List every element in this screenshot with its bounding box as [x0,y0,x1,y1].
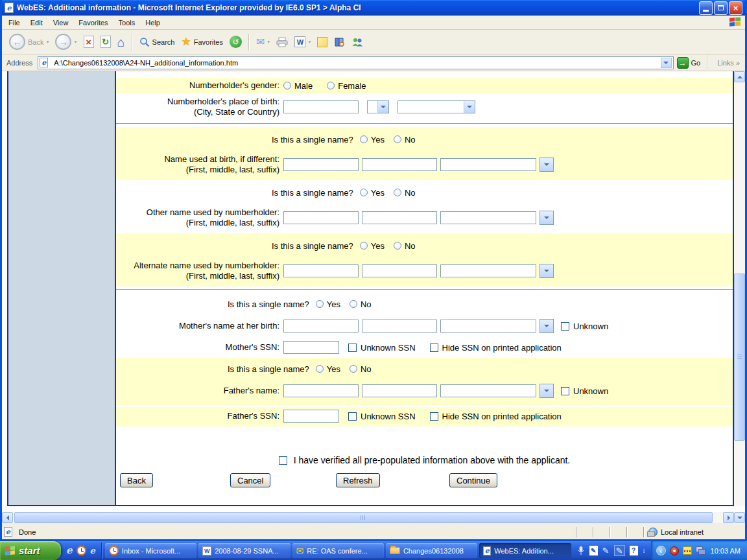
messenger-button[interactable] [348,36,366,49]
back-form-button[interactable]: Back [120,473,153,487]
home-button[interactable]: ⌂ [114,34,128,50]
mail-button[interactable]: ✉ ▾ [253,36,273,49]
other-middle-input[interactable] [362,211,437,224]
father-ssn-input[interactable] [283,410,339,423]
restore-button[interactable] [714,1,728,15]
scroll-right-button[interactable] [723,512,734,523]
single-name-yes-radio[interactable] [316,365,324,373]
single-name-no-radio[interactable] [394,135,401,143]
gender-female-radio[interactable] [327,82,335,89]
birth-last-input[interactable] [440,158,536,171]
alternate-middle-input[interactable] [362,264,437,277]
father-unknown-ssn-checkbox[interactable] [348,412,357,421]
mail-dropdown-icon[interactable]: ▾ [267,39,270,45]
menu-tools[interactable]: Tools [113,17,141,29]
single-name-no-radio[interactable] [350,300,357,308]
scroll-down-button[interactable] [734,512,745,523]
edit-with-word-button[interactable]: W ▾ [291,35,314,49]
langbar-options-icon[interactable]: ↕ [643,548,646,554]
history-button[interactable]: ↺ [226,34,245,49]
father-hide-ssn-checkbox[interactable] [430,412,438,421]
tray-collapse-icon[interactable]: ‹ [656,546,666,555]
tray-network-icon[interactable] [696,546,706,555]
birth-middle-input[interactable] [362,158,437,171]
scroll-left-button[interactable] [2,512,13,523]
ie2-quicklaunch-icon[interactable]: e [90,546,95,555]
mother-unknown-ssn-checkbox[interactable] [348,344,357,352]
mother-first-input[interactable] [283,320,359,332]
search-button[interactable]: Search [136,36,178,49]
stop-button[interactable]: × [80,34,97,49]
microphone-icon[interactable] [577,546,585,555]
forward-dropdown-icon[interactable]: ▾ [74,39,77,45]
horizontal-scrollbar[interactable] [2,512,734,524]
single-name-yes-radio[interactable] [360,189,368,196]
refresh-button[interactable]: ↻ [97,34,114,49]
mother-hide-ssn-checkbox[interactable] [430,344,438,352]
input-mode-icon[interactable]: ✎ [614,545,625,556]
menu-view[interactable]: View [48,17,74,29]
vertical-scroll-thumb[interactable] [734,274,745,441]
tray-security-icon[interactable] [670,546,679,555]
birth-suffix-select[interactable] [540,158,554,172]
single-name-no-radio[interactable] [394,242,401,250]
single-name-yes-radio[interactable] [360,135,368,143]
close-button[interactable]: × [729,1,742,15]
task-folder[interactable]: Changes06132008 [386,543,477,558]
research-button[interactable] [331,36,348,49]
pob-state-select[interactable] [367,100,389,113]
start-button[interactable]: start [0,541,61,560]
birth-first-input[interactable] [283,158,359,171]
task-inbox[interactable]: Inbox - Microsoft... [105,543,196,558]
help-doc-icon[interactable]: ? [630,546,638,555]
continue-button[interactable]: Continue [449,473,497,487]
horizontal-scroll-thumb[interactable] [14,512,713,523]
task-word-doc[interactable]: W 2008-08-29 SSNA... [198,543,290,558]
task-email[interactable]: ✉ RE: OAS confere... [292,543,384,558]
handwriting-icon[interactable]: ✎ [589,546,598,555]
vertical-scrollbar[interactable] [734,71,745,506]
gender-male-radio[interactable] [283,82,291,89]
notes-button[interactable] [314,36,331,49]
vertical-scroll-track[interactable] [734,82,745,506]
go-button[interactable]: → Go [677,57,701,69]
print-button[interactable] [273,36,291,49]
father-middle-input[interactable] [362,384,437,397]
links-menu[interactable]: Links » [715,59,742,67]
menu-help[interactable]: Help [140,17,165,29]
single-name-yes-radio[interactable] [316,300,324,308]
single-name-yes-radio[interactable] [360,242,368,250]
address-value[interactable]: A:\Changes06132008\A24-NH_additional_inf… [54,59,658,67]
single-name-no-radio[interactable] [350,365,357,373]
single-name-no-radio[interactable] [394,189,401,196]
address-input[interactable]: e A:\Changes06132008\A24-NH_additional_i… [38,56,673,69]
alternate-first-input[interactable] [283,264,359,277]
clock-quicklaunch-icon[interactable] [77,546,86,555]
refresh-form-button[interactable]: Refresh [336,473,380,487]
mother-last-input[interactable] [440,320,536,332]
cancel-button[interactable]: Cancel [230,473,270,487]
forward-button[interactable]: → ▾ [52,32,80,51]
back-button[interactable]: ← Back ▾ [6,32,52,51]
task-webes-active[interactable]: e WebES: Addition... [479,543,571,558]
ie-quicklaunch-icon[interactable]: e [66,546,73,555]
address-dropdown-button[interactable] [661,58,672,68]
verify-checkbox[interactable] [279,456,287,465]
favorites-button[interactable]: ★ Favorites [178,35,226,49]
alternate-suffix-select[interactable] [540,264,554,278]
menu-edit[interactable]: Edit [25,17,48,29]
menu-file[interactable]: File [3,17,25,29]
mother-ssn-input[interactable] [283,341,339,354]
father-unknown-checkbox[interactable] [561,387,569,395]
pen-icon[interactable]: ✎ [602,546,610,555]
minimize-button[interactable] [699,1,713,15]
father-first-input[interactable] [283,384,359,397]
pob-city-input[interactable] [283,100,359,113]
mother-suffix-select[interactable] [540,319,554,333]
father-suffix-select[interactable] [540,384,554,398]
horizontal-scroll-track[interactable] [13,512,723,524]
mother-middle-input[interactable] [362,320,437,332]
pob-country-select[interactable] [397,100,475,113]
other-last-input[interactable] [440,211,536,224]
other-suffix-select[interactable] [540,211,554,225]
